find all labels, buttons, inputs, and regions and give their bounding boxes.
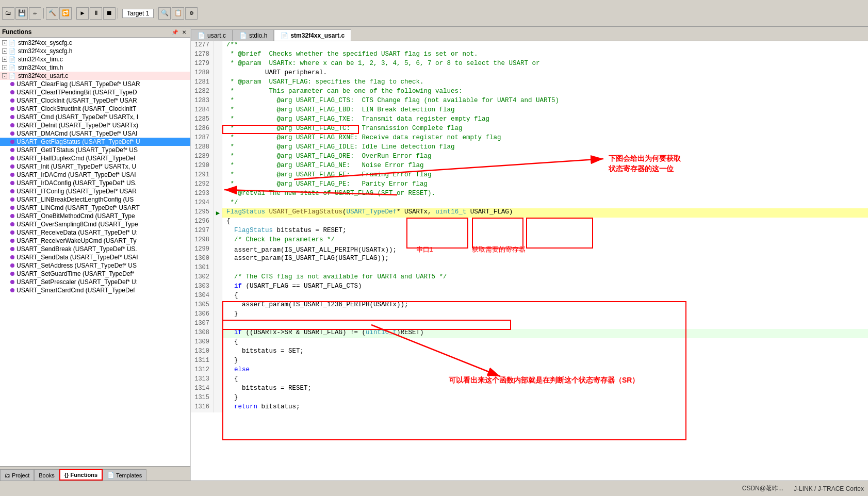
tab-stm32-usart-c[interactable]: 📄 stm32f4xx_usart.c (274, 29, 351, 41)
func-dot (10, 82, 14, 86)
expand-icon[interactable]: + (2, 65, 7, 70)
code-line-1305: 1305 assert_param(IS_USART_1236_PERIPH(U… (191, 301, 868, 310)
tree-item-fn_init[interactable]: USART_Init (USART_TypeDef* USARTx, U (0, 162, 190, 171)
tree-item-fn_itconfig[interactable]: USART_ITConfig (USART_TypeDef* USAR (0, 187, 190, 195)
tree-item-usart_c[interactable]: -📄stm32f4xx_usart.c (0, 72, 190, 80)
toolbar-btn-5[interactable]: 🔁 (59, 7, 72, 20)
tree-item-fn_receiverwake[interactable]: USART_ReceiverWakeUpCmd (USART_Ty (0, 237, 190, 245)
tree-item-fn_clockstruct[interactable]: USART_ClockStructInit (USART_ClockInitT (0, 105, 190, 113)
func-dot (10, 156, 14, 160)
stm32-usart-c-icon: 📄 (281, 32, 288, 39)
tree-item-fn_cmd[interactable]: USART_Cmd (USART_TypeDef* USARTx, I (0, 113, 190, 121)
line-number: 1295 (191, 208, 214, 218)
code-gutter (214, 115, 222, 125)
line-number: 1278 (191, 51, 214, 60)
pin-icon[interactable]: 📌 (171, 28, 179, 36)
toolbar-btn-7[interactable]: ⏸ (90, 7, 102, 20)
expand-icon[interactable]: + (2, 40, 7, 45)
tree-item-fn_linbreak[interactable]: USART_LINBreakDetectLengthConfig (US (0, 195, 190, 204)
toolbar-btn-10[interactable]: 📋 (172, 7, 184, 20)
code-content: * This parameter can be one of the follo… (222, 88, 868, 97)
func-dot (10, 222, 14, 226)
toolbar-btn-6[interactable]: ▶ (76, 7, 89, 20)
tree-item-fn_senddata[interactable]: USART_SendData (USART_TypeDef* USAI (0, 253, 190, 261)
tree-item-fn_sendbreak[interactable]: USART_SendBreak (USART_TypeDef* US. (0, 245, 190, 253)
code-content: * @brief Checks whether the specified US… (222, 51, 868, 60)
templates-tab-label: Templates (116, 472, 142, 478)
expand-icon[interactable]: + (2, 48, 7, 54)
tree-item-tim_c[interactable]: +📄stm32f4xx_tim.c (0, 55, 190, 63)
code-gutter (214, 134, 222, 143)
tree-item-fn_setaddr[interactable]: USART_SetAddress (USART_TypeDef* US (0, 261, 190, 270)
toolbar-btn-9[interactable]: 🔍 (158, 7, 171, 20)
tree-item-fn_getitstatus[interactable]: USART_GetITStatus (USART_TypeDef* US (0, 146, 190, 154)
tab-usart-c[interactable]: 📄 usart.c (191, 29, 233, 41)
toolbar-btn-8[interactable]: ⏹ (103, 7, 116, 20)
code-content: * @arg USART_FLAG_ORE: OverRun Error fla… (222, 153, 868, 162)
tree-item-fn_receivedata[interactable]: USART_ReceiveData (USART_TypeDef* U: (0, 228, 190, 237)
tab-templates[interactable]: 📄 Templates (103, 469, 146, 481)
tree-item-fn_dmacmd[interactable]: USART_DMACmd (USART_TypeDef* USAI (0, 129, 190, 138)
tree-item-fn_halfduplex[interactable]: USART_HalfDuplexCmd (USART_TypeDef (0, 154, 190, 162)
code-gutter (214, 190, 222, 199)
tab-books[interactable]: Books (34, 469, 59, 481)
tree-item-syscfg_h[interactable]: +📄stm32f4xx_syscfg.h (0, 47, 190, 55)
tree-item-fn_setguard[interactable]: USART_SetGuardTime (USART_TypeDef* (0, 270, 190, 278)
toolbar-btn-2[interactable]: 💾 (15, 7, 28, 20)
tree-item-fn_deinit[interactable]: USART_DeInit (USART_TypeDef* USARTx) (0, 121, 190, 129)
line-number: 1286 (191, 125, 214, 134)
tree-item-fn_irdacmd[interactable]: USART_IrDACmd (USART_TypeDef* USAI (0, 171, 190, 179)
stdio-h-icon: 📄 (239, 32, 247, 39)
tree-item-fn_oversamp[interactable]: USART_OverSampling8Cmd (USART_Type (0, 220, 190, 228)
expand-icon[interactable]: - (2, 73, 7, 78)
func-dot (10, 197, 14, 202)
file-icon: 📄 (8, 72, 17, 79)
toolbar-btn-1[interactable]: 🗂 (2, 7, 14, 20)
tree-item-fn_onebit[interactable]: USART_OneBitMethodCmd (USART_Type (0, 212, 190, 220)
func-dot (10, 123, 14, 127)
line-number: 1305 (191, 301, 214, 310)
line-number: 1296 (191, 218, 214, 227)
code-gutter (214, 125, 222, 134)
code-area[interactable]: 1277/**1278 * @brief Checks whether the … (191, 41, 868, 481)
tree-item-fn_smartcard[interactable]: USART_SmartCardCmd (USART_TypeDef (0, 286, 190, 294)
code-line-1315: 1315 } (191, 394, 868, 403)
code-gutter (214, 51, 222, 60)
line-number: 1284 (191, 106, 214, 115)
tree-label: USART_ClockInit (USART_TypeDef* USAR (17, 97, 137, 104)
tree-item-fn_clearflag[interactable]: USART_ClearFlag (USART_TypeDef* USAR (0, 80, 190, 88)
tab-stdio-h[interactable]: 📄 stdio.h (233, 29, 274, 41)
tree-item-syscfg_c[interactable]: +📄stm32f4xx_syscfg.c (0, 39, 190, 47)
toolbar-btn-11[interactable]: ⚙ (185, 7, 198, 20)
toolbar-btn-3[interactable]: ✏️ (29, 7, 41, 20)
tree-label: USART_SetPrescaler (USART_TypeDef* U: (17, 278, 138, 286)
tree-item-fn_clearit[interactable]: USART_ClearITPendingBit (USART_TypeD (0, 88, 190, 96)
code-line-1296: 1296{ (191, 218, 868, 227)
status-bar: CSDN@茗昨... J-LINK / J-TRACE Cortex (0, 481, 868, 496)
line-number: 1314 (191, 385, 214, 394)
code-gutter (214, 375, 222, 385)
tree-item-fn_irdaconfig[interactable]: USART_IrDAConfig (USART_TypeDef* US. (0, 179, 190, 187)
tree-item-fn_clockinit[interactable]: USART_ClockInit (USART_TypeDef* USAR (0, 96, 190, 105)
code-gutter (214, 310, 222, 320)
tree-item-fn_setprescaler[interactable]: USART_SetPrescaler (USART_TypeDef* U: (0, 278, 190, 286)
usart-c-icon: 📄 (198, 32, 205, 39)
code-content: assert_param(IS_USART_1236_PERIPH(USARTx… (222, 301, 868, 310)
code-content: * @arg USART_FLAG_IDLE: Idle Line detect… (222, 143, 868, 153)
close-icon[interactable]: ✕ (180, 28, 188, 36)
toolbar-btn-4[interactable]: 🔨 (46, 7, 58, 20)
tab-project[interactable]: 🗂 Project (0, 469, 34, 481)
tab-functions[interactable]: {} Functions (59, 469, 103, 481)
line-number: 1309 (191, 338, 214, 348)
tree-label: stm32f4xx_syscfg.c (18, 39, 72, 46)
line-number: 1301 (191, 264, 214, 273)
tree-item-fn_getflagstatus[interactable]: USART_GetFlagStatus (USART_TypeDef* U (0, 138, 190, 146)
expand-icon[interactable]: + (2, 57, 7, 62)
code-line-1295: 1295▶FlagStatus USART_GetFlagStatus(USAR… (191, 208, 868, 218)
tree-item-fn_lincmd[interactable]: USART_LINCmd (USART_TypeDef* USART (0, 204, 190, 212)
code-gutter (214, 245, 222, 255)
line-number: 1289 (191, 153, 214, 162)
code-content: if ((USARTx->SR & USART_FLAG) != (uint16… (222, 329, 868, 338)
code-line-1308: 1308 if ((USARTx->SR & USART_FLAG) != (u… (191, 329, 868, 338)
tree-item-tim_h[interactable]: +📄stm32f4xx_tim.h (0, 63, 190, 72)
